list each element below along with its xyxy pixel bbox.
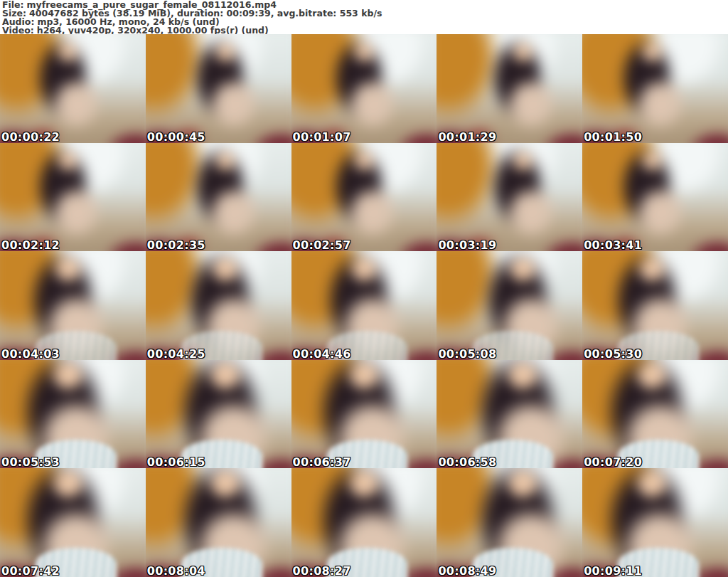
file-info-header: File:myfreecams_a_pure_sugar_female_0811… xyxy=(0,0,728,34)
thumbnail-frame-3: 00:01:07 xyxy=(291,34,437,143)
thumbnail-frame-5: 00:01:50 xyxy=(582,34,728,143)
timestamp-overlay: 00:04:25 xyxy=(147,347,205,360)
timestamp-overlay: 00:08:27 xyxy=(293,564,351,577)
thumbnail-frame-15: 00:05:30 xyxy=(582,251,728,360)
timestamp-overlay: 00:05:30 xyxy=(584,347,642,360)
timestamp-overlay: 00:08:49 xyxy=(438,564,496,577)
thumbnail-frame-20: 00:07:20 xyxy=(582,360,728,469)
thumbnail-frame-17: 00:06:15 xyxy=(146,360,291,469)
video-label: Video: xyxy=(2,25,34,34)
thumbnail-frame-16: 00:05:53 xyxy=(0,360,146,469)
thumbnail-frame-11: 00:04:03 xyxy=(0,251,146,360)
thumbnail-grid: 00:00:2200:00:4500:01:0700:01:2900:01:50… xyxy=(0,34,728,577)
thumbnail-frame-2: 00:00:45 xyxy=(146,34,291,143)
timestamp-overlay: 00:03:19 xyxy=(438,238,496,251)
timestamp-overlay: 00:03:41 xyxy=(584,238,642,251)
thumbnail-frame-23: 00:08:27 xyxy=(291,468,437,577)
thumbnail-frame-21: 00:07:42 xyxy=(0,468,146,577)
thumbnail-frame-25: 00:09:11 xyxy=(582,468,728,577)
thumbnail-frame-19: 00:06:58 xyxy=(437,360,582,469)
thumbnail-frame-8: 00:02:57 xyxy=(291,143,437,252)
video-value: h264, yuv420p, 320x240, 1000.00 fps(r) (… xyxy=(37,25,269,34)
timestamp-overlay: 00:00:22 xyxy=(1,130,60,143)
timestamp-overlay: 00:06:58 xyxy=(438,455,496,468)
thumbnail-frame-12: 00:04:25 xyxy=(146,251,291,360)
timestamp-overlay: 00:05:08 xyxy=(438,347,496,360)
thumbnail-frame-10: 00:03:41 xyxy=(582,143,728,252)
thumbnail-frame-7: 00:02:35 xyxy=(146,143,291,252)
timestamp-overlay: 00:01:50 xyxy=(584,130,642,143)
thumbnail-frame-13: 00:04:46 xyxy=(291,251,437,360)
thumbnail-frame-9: 00:03:19 xyxy=(437,143,582,252)
timestamp-overlay: 00:07:20 xyxy=(584,455,642,468)
timestamp-overlay: 00:08:04 xyxy=(147,564,205,577)
thumbnail-frame-22: 00:08:04 xyxy=(146,468,291,577)
timestamp-overlay: 00:01:07 xyxy=(293,130,351,143)
video-line: Video:h264, yuv420p, 320x240, 1000.00 fp… xyxy=(2,26,728,34)
timestamp-overlay: 00:04:03 xyxy=(1,347,60,360)
timestamp-overlay: 00:02:57 xyxy=(293,238,351,251)
timestamp-overlay: 00:05:53 xyxy=(1,455,60,468)
timestamp-overlay: 00:00:45 xyxy=(147,130,205,143)
thumbnail-frame-24: 00:08:49 xyxy=(437,468,582,577)
thumbnail-frame-1: 00:00:22 xyxy=(0,34,146,143)
timestamp-overlay: 00:06:37 xyxy=(293,455,351,468)
timestamp-overlay: 00:07:42 xyxy=(1,564,60,577)
thumbnail-frame-4: 00:01:29 xyxy=(437,34,582,143)
timestamp-overlay: 00:02:35 xyxy=(147,238,205,251)
timestamp-overlay: 00:02:12 xyxy=(1,238,60,251)
timestamp-overlay: 00:09:11 xyxy=(584,564,642,577)
timestamp-overlay: 00:01:29 xyxy=(438,130,496,143)
timestamp-overlay: 00:04:46 xyxy=(293,347,351,360)
thumbnail-frame-14: 00:05:08 xyxy=(437,251,582,360)
thumbnail-frame-6: 00:02:12 xyxy=(0,143,146,252)
timestamp-overlay: 00:06:15 xyxy=(147,455,205,468)
thumbnail-frame-18: 00:06:37 xyxy=(291,360,437,469)
